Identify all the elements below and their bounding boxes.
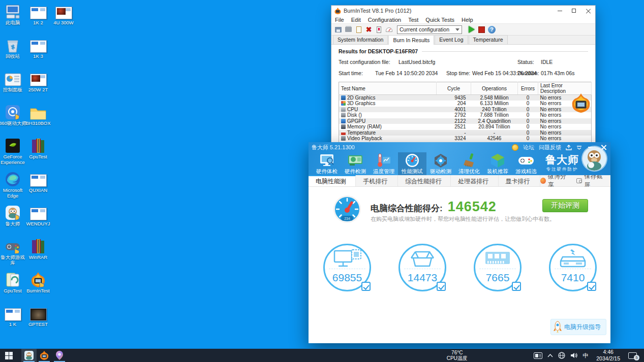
skin-menu-icon[interactable] [576,145,582,150]
news-widget-icon[interactable] [534,352,542,359]
table-row[interactable]: GPGPU 2122 2.4 Quadrillion 0 No errors [339,118,592,124]
windows-logo-icon [5,352,13,359]
volume-icon[interactable] [570,352,577,358]
menu-quick-tests[interactable]: Quick Tests [422,17,458,23]
table-row[interactable]: Memory (RAM) 2521 20.894 Trillion 0 No e… [339,124,592,130]
cpu-temperature-widget[interactable]: 76°C CPU温度 [437,350,477,361]
tab-temperature[interactable]: Temperature [469,35,508,44]
desktop-icon-quxian[interactable]: QUXIAN [24,171,52,193]
desktop-icon-gputest-app[interactable]: GpuTest [0,271,26,294]
cpu-icon [341,107,346,112]
tab-burn-in-results[interactable]: Burn In Results [388,35,434,45]
tab-cpu-ranking[interactable]: 处理器排行榜 [451,175,498,186]
desktop-icon-ludashi[interactable]: 鲁大师 [0,204,26,227]
table-row[interactable]: Disk () 2792 7.688 Trillion 0 No errors [339,112,592,118]
feedback-link[interactable]: 问题反馈 [539,144,561,151]
tab-gpu-ranking[interactable]: 显卡排行榜 [499,175,541,186]
mascot-avatar [582,147,606,171]
desktop-icon-360-driver[interactable]: 360驱动大师 [0,104,26,126]
clipboard-icon[interactable] [355,26,362,34]
desktop-icon-1k[interactable]: 1 K [0,305,26,327]
burnintest-titlebar[interactable]: BurnInTest V8.1 Pro (1012) [331,6,595,16]
tab-system-information[interactable]: System Information [333,35,388,44]
menu-configuration[interactable]: Configuration [364,17,405,23]
medal-icon[interactable] [512,144,518,151]
desktop-icon-bh310box[interactable]: BH310BOX [24,104,52,126]
desktop-icon-gptest[interactable]: GPTEST [24,305,52,327]
start-tests-button[interactable] [468,26,475,34]
disk-checkbox-checked[interactable] [587,282,596,291]
tab-overall-ranking[interactable]: 综合性能排行榜 [398,175,451,186]
desktop-icon-geforce[interactable]: GeForce Experience [0,137,26,166]
desktop-icon-this-pc[interactable]: 此电脑 [0,3,26,26]
tab-pc-performance-test[interactable]: 电脑性能测试 [309,175,356,186]
ludashi-titlebar[interactable]: 鲁大师 5.21.1300 论坛 问题反馈 [309,142,610,152]
taskbar-item-ludashi[interactable] [21,349,37,362]
taskbar-clock[interactable]: 4:46 2034/2/15 [593,349,623,361]
desktop-icon-edge[interactable]: Microsoft Edge [0,171,26,199]
menu-help[interactable]: Help [458,17,477,23]
table-row[interactable]: 2D Graphics 9435 2.548 Million 0 No erro… [339,95,592,101]
nav-driver-detection[interactable]: 驱动检测 [426,152,455,175]
network-globe-icon[interactable] [558,352,565,359]
desktop-icon-gputest-rar[interactable]: GpuTest [24,137,52,160]
upgrade-guide-button[interactable]: 电脑升级指导 [550,319,606,335]
desktop-icon-250w2t[interactable]: 250W 2T [24,70,52,93]
battery-test-icon[interactable] [375,26,383,34]
desktop-icon-wenduyj[interactable]: WENDUYJ [24,204,52,227]
minimize-button[interactable] [553,6,567,16]
desktop-icon-1k3[interactable]: 1K 3 [24,37,52,59]
nav-cleanup-optimize[interactable]: 清理优化 [455,152,483,175]
ime-indicator[interactable]: 中 [582,352,588,359]
table-row[interactable]: Video Playback 3324 42546 0 No errors [339,136,592,142]
nav-hardware-test[interactable]: 硬件检测 [341,152,370,175]
desktop-icon-control-panel[interactable]: 控制面板 [0,70,26,93]
share-icon[interactable] [566,145,572,150]
forum-link[interactable]: 论坛 [523,144,534,151]
geforce-experience-icon [4,137,22,153]
memory-icon [341,124,346,129]
tab-phone-ranking[interactable]: 手机排行榜 [356,175,398,186]
table-row[interactable]: 3D Graphics 204 6.133 Million 0 No error… [339,101,592,107]
desktop-icon-winrar[interactable]: WinRAR [24,238,52,260]
start-benchmark-button[interactable]: 开始评测 [542,199,588,212]
menu-edit[interactable]: Edit [348,17,364,23]
table-row[interactable]: Temperature - - 0 No errors [339,130,592,136]
nav-game-selection[interactable]: 游戏精选 [512,152,540,175]
taskbar-item-burnintest[interactable] [37,349,52,362]
taskbar-item-pin-app[interactable] [52,349,67,362]
table-row[interactable]: CPU 4001 240 Trillion 0 No errors [339,107,592,113]
desktop-icon-ludashi-games[interactable]: 鲁大师游戏库 [0,238,26,266]
nav-performance-test[interactable]: 性能测试 [398,152,426,175]
stop-tests-button[interactable] [478,26,485,34]
nav-temperature-management[interactable]: 温度管理 [370,152,398,175]
start-button[interactable] [0,349,17,362]
desktop-icon-burnintest[interactable]: BurnInTest [24,271,52,294]
gpu-score-circle: 14473 [398,244,446,291]
cpu-checkbox-checked[interactable] [361,282,371,291]
configuration-dropdown[interactable]: Current configuration [397,25,462,34]
nav-hardware-checkup[interactable]: 硬件体检 [313,152,341,175]
clear-results-icon[interactable]: ✖ [365,26,373,34]
menu-test[interactable]: Test [405,17,422,23]
memory-checkbox-checked[interactable] [512,282,521,291]
close-button[interactable] [581,6,595,16]
desktop-icon-4u300w[interactable]: 4U 300W [50,3,77,26]
save-report-icon[interactable] [334,26,342,34]
gauge-test-icon[interactable] [385,26,393,34]
maximize-button[interactable] [567,6,581,16]
gpu-checkbox-checked[interactable] [437,282,446,291]
tab-event-log[interactable]: Event Log [435,35,468,44]
print-icon[interactable] [345,26,352,34]
category-gpu: 14473 显卡性能 [385,244,460,291]
gpu-cube-icon [400,249,445,269]
notification-center-icon[interactable]: 5 [628,352,637,359]
desktop-icon-1k2[interactable]: 1K 2 [24,3,52,26]
menu-file[interactable]: File [331,17,348,23]
help-button[interactable]: ? [488,26,496,34]
brand-slogan: 专注硬件防护 [545,167,579,173]
tray-overflow-chevron-icon[interactable] [547,354,553,357]
nav-build-recommendation[interactable]: 装机推荐 [483,152,512,175]
desktop-icon-recycle-bin[interactable]: 回收站 [0,37,26,59]
ludashi-taskbar-icon [24,351,34,360]
